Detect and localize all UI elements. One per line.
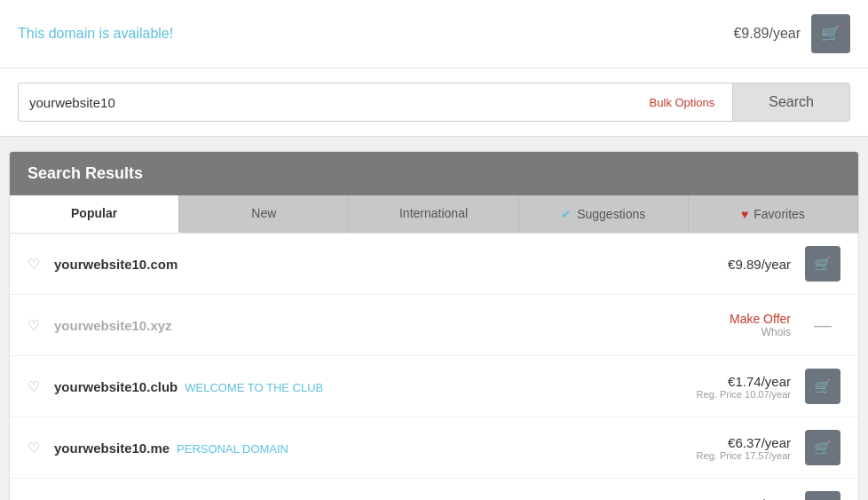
dash-icon: —: [814, 315, 832, 336]
top-cart-button[interactable]: 🛒: [811, 14, 850, 53]
search-button[interactable]: Search: [732, 83, 850, 122]
tab-popular[interactable]: Popular: [10, 195, 179, 233]
results-header: Search Results: [10, 152, 858, 195]
cart-icon: 🛒: [814, 440, 832, 456]
tab-international[interactable]: International: [349, 195, 518, 233]
cart-icon: 🛒: [821, 24, 840, 44]
price-main-1: €9.89/year: [728, 257, 791, 272]
search-input-wrapper: Bulk Options: [18, 83, 732, 122]
result-row-4: ♡yourwebsite10.mePERSONAL DOMAIN€6.37/ye…: [10, 417, 858, 479]
domain-name-2: yourwebsite10.xyz: [54, 318, 730, 333]
domain-name-4: yourwebsite10.mePERSONAL DOMAIN: [54, 440, 697, 456]
domain-tag-3: WELCOME TO THE CLUB: [185, 381, 323, 394]
tab-suggestions[interactable]: ✔ Suggestions: [519, 195, 689, 233]
add-to-cart-button-5[interactable]: 🛒: [805, 491, 840, 500]
available-text: This domain is available!: [18, 26, 173, 42]
price-reg-3: Reg. Price 10.07/year: [697, 389, 791, 400]
price-area-2: Make OfferWhois: [730, 312, 791, 338]
remove-button-2[interactable]: —: [805, 307, 840, 343]
domain-tag-4: PERSONAL DOMAIN: [177, 442, 288, 456]
bulk-options-button[interactable]: Bulk Options: [643, 96, 722, 109]
price-main-5: €6.37/year: [697, 496, 791, 501]
result-row-2: ♡yourwebsite10.xyzMake OfferWhois—: [10, 295, 858, 356]
add-to-cart-button-3[interactable]: 🛒: [805, 369, 840, 404]
top-bar: This domain is available! €9.89/year 🛒: [0, 0, 868, 68]
price-area-5: €6.37/yearReg. Price 30.42/year: [697, 496, 791, 501]
price-main-2: Make Offer: [730, 312, 791, 326]
top-right-area: €9.89/year 🛒: [733, 14, 850, 53]
favorite-icon-3[interactable]: ♡: [28, 378, 40, 395]
tab-favorites[interactable]: ♥ Favorites: [689, 195, 858, 233]
price-main-3: €1.74/year: [697, 374, 791, 389]
domain-name-3: yourwebsite10.clubWELCOME TO THE CLUB: [54, 379, 697, 394]
search-bar: Bulk Options Search: [0, 68, 868, 137]
price-reg-2: Whois: [730, 326, 791, 338]
results-section: Search Results Popular New International…: [9, 151, 859, 500]
result-row-1: ♡yourwebsite10.com€9.89/year🛒: [10, 234, 858, 295]
result-row-5: ♡yourwebsite10.onlineGET ONLINE!€6.37/ye…: [10, 479, 858, 500]
add-to-cart-button-4[interactable]: 🛒: [805, 430, 840, 465]
domain-name-1: yourwebsite10.com: [54, 257, 728, 272]
top-price: €9.89/year: [733, 26, 801, 42]
tab-new[interactable]: New: [179, 195, 349, 233]
cart-icon: 🛒: [814, 378, 832, 395]
favorite-icon-2[interactable]: ♡: [28, 317, 40, 334]
add-to-cart-button-1[interactable]: 🛒: [805, 246, 840, 282]
favorite-icon-1[interactable]: ♡: [28, 256, 40, 273]
heart-filled-icon: ♥: [741, 207, 748, 221]
price-area-1: €9.89/year: [728, 257, 791, 272]
tabs-container: Popular New International ✔ Suggestions …: [10, 195, 858, 234]
cart-icon: 🛒: [814, 256, 832, 273]
price-area-4: €6.37/yearReg. Price 17.57/year: [697, 435, 791, 461]
price-main-4: €6.37/year: [697, 435, 791, 450]
search-input[interactable]: [29, 95, 643, 110]
favorite-icon-4[interactable]: ♡: [28, 440, 40, 456]
price-area-3: €1.74/yearReg. Price 10.07/year: [697, 374, 791, 400]
results-rows: ♡yourwebsite10.com€9.89/year🛒♡yourwebsit…: [10, 234, 858, 500]
price-reg-4: Reg. Price 17.57/year: [697, 450, 791, 461]
check-icon: ✔: [561, 207, 572, 221]
result-row-3: ♡yourwebsite10.clubWELCOME TO THE CLUB€1…: [10, 356, 858, 417]
